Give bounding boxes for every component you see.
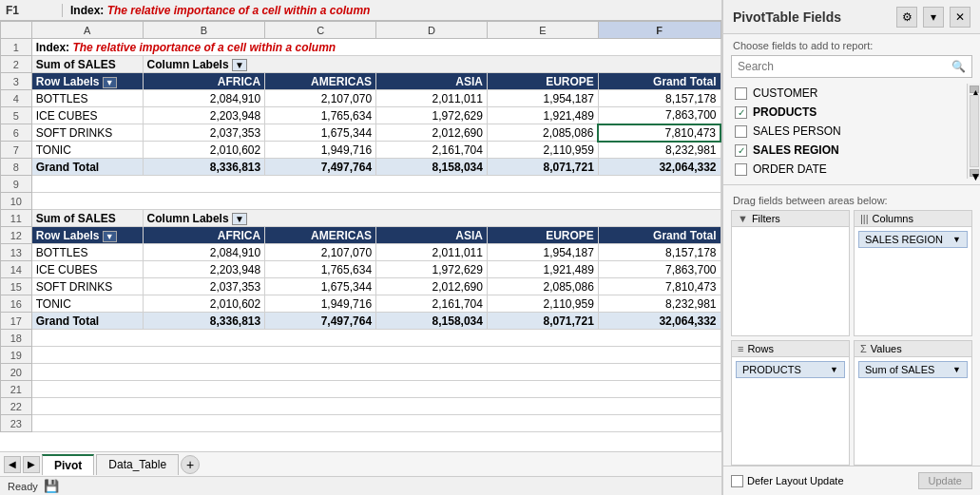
cell-17-f[interactable]: 32,064,332 — [598, 313, 721, 330]
cell-8-b[interactable]: 8,336,813 — [143, 159, 265, 176]
cell-5-d[interactable]: 1,972,629 — [376, 107, 488, 124]
cell-3-f[interactable]: Grand Total — [598, 73, 721, 90]
cell-13-b[interactable]: 2,084,910 — [143, 244, 265, 261]
cell-6-a[interactable]: SOFT DRINKS — [31, 124, 143, 142]
cell-13-d[interactable]: 2,011,011 — [376, 244, 488, 261]
drag-area-values[interactable]: Σ Values Sum of SALES ▼ — [854, 340, 972, 466]
cell-8-a[interactable]: Grand Total — [31, 159, 143, 176]
cell-12-e[interactable]: EUROPE — [487, 227, 598, 244]
cell-16-c[interactable]: 1,949,716 — [265, 295, 376, 313]
pivot-field-products[interactable]: ✓ PRODUCTS — [731, 103, 959, 122]
pivot-field-sales-region[interactable]: ✓ SALES REGION — [731, 141, 959, 160]
cell-4-a[interactable]: BOTTLES — [31, 90, 143, 107]
cell-5-c[interactable]: 1,765,634 — [265, 107, 376, 124]
defer-checkbox[interactable] — [731, 475, 743, 487]
drag-chip-products[interactable]: PRODUCTS ▼ — [736, 361, 845, 378]
cell-4-e[interactable]: 1,954,187 — [487, 90, 598, 107]
col-header-e[interactable]: E — [487, 22, 598, 39]
grid-container[interactable]: A B C D E F 1 Index: The relative i — [0, 21, 721, 451]
pivot-dropdown-button[interactable]: ▾ — [923, 7, 944, 28]
pivot-close-button[interactable]: ✕ — [950, 7, 970, 28]
drag-area-rows[interactable]: ≡ Rows PRODUCTS ▼ — [731, 340, 850, 466]
cell-15-a[interactable]: SOFT DRINKS — [31, 278, 143, 295]
cell-8-c[interactable]: 7,497,764 — [265, 159, 376, 176]
cell-16-e[interactable]: 2,110,959 — [487, 295, 598, 313]
cell-12-d[interactable]: ASIA — [376, 227, 488, 244]
cell-8-d[interactable]: 8,158,034 — [376, 159, 488, 176]
cell-16-a[interactable]: TONIC — [31, 295, 143, 313]
cell-7-d[interactable]: 2,161,704 — [376, 142, 488, 159]
cell-17-e[interactable]: 8,071,721 — [487, 313, 598, 330]
cell-15-b[interactable]: 2,037,353 — [143, 278, 265, 295]
cell-14-a[interactable]: ICE CUBES — [31, 261, 143, 278]
cell-7-a[interactable]: TONIC — [31, 142, 143, 159]
cell-5-f[interactable]: 7,863,700 — [598, 107, 721, 124]
cell-2-a[interactable]: Sum of SALES — [31, 56, 143, 73]
scroll-up-btn[interactable]: ▲ — [970, 86, 979, 93]
cell-15-d[interactable]: 2,012,690 — [376, 278, 488, 295]
pivot-checkbox-sales-person[interactable] — [735, 125, 747, 138]
cell-3-e[interactable]: EUROPE — [487, 73, 598, 90]
cell-15-c[interactable]: 1,675,344 — [265, 278, 376, 295]
cell-4-f[interactable]: 8,157,178 — [598, 90, 721, 107]
drag-chip-sales-region[interactable]: SALES REGION ▼ — [858, 231, 968, 248]
cell-16-b[interactable]: 2,010,602 — [143, 295, 265, 313]
cell-5-a[interactable]: ICE CUBES — [31, 107, 143, 124]
drag-chip-sum-of-sales[interactable]: Sum of SALES ▼ — [858, 361, 968, 378]
cell-3-d[interactable]: ASIA — [376, 73, 488, 90]
pivot-checkbox-products[interactable]: ✓ — [735, 106, 747, 119]
add-sheet-button[interactable]: + — [181, 455, 200, 474]
cell-3-c[interactable]: AMERICAS — [265, 73, 376, 90]
pivot-search-bar[interactable]: 🔍 — [731, 55, 972, 78]
col-header-a[interactable]: A — [31, 22, 143, 39]
cell-3-b[interactable]: AFRICA — [143, 73, 265, 90]
cell-15-f[interactable]: 7,810,473 — [598, 278, 721, 295]
pivot-field-order-date[interactable]: ORDER DATE — [731, 160, 959, 179]
pivot-checkbox-customer[interactable] — [735, 87, 747, 100]
cell-2-b[interactable]: Column Labels ▼ — [143, 56, 721, 73]
pivot-search-input[interactable] — [732, 60, 946, 73]
cell-4-b[interactable]: 2,084,910 — [143, 90, 265, 107]
cell-1-a[interactable]: Index: The relative importance of a cell… — [31, 39, 721, 56]
cell-6-c[interactable]: 1,675,344 — [265, 124, 376, 142]
cell-6-d[interactable]: 2,012,690 — [376, 124, 488, 142]
fields-scrollbar[interactable]: ▲ ▼ — [967, 84, 980, 179]
cell-12-c[interactable]: AMERICAS — [265, 227, 376, 244]
pivot-checkbox-sales-region[interactable]: ✓ — [735, 144, 747, 157]
cell-7-b[interactable]: 2,010,602 — [143, 142, 265, 159]
tab-nav-prev[interactable]: ◀ — [4, 456, 21, 473]
cell-7-c[interactable]: 1,949,716 — [265, 142, 376, 159]
cell-6-f[interactable]: 7,810,473 — [598, 124, 721, 142]
cell-7-f[interactable]: 8,232,981 — [598, 142, 721, 159]
cell-4-c[interactable]: 2,107,070 — [265, 90, 376, 107]
pivot-settings-button[interactable]: ⚙ — [896, 7, 917, 28]
cell-12-b[interactable]: AFRICA — [143, 227, 265, 244]
col-header-c[interactable]: C — [265, 22, 376, 39]
cell-7-e[interactable]: 2,110,959 — [487, 142, 598, 159]
drag-chip-products-dropdown[interactable]: ▼ — [830, 365, 838, 374]
cell-3-a[interactable]: Row Labels ▼ — [31, 73, 143, 90]
cell-17-b[interactable]: 8,336,813 — [143, 313, 265, 330]
cell-13-a[interactable]: BOTTLES — [31, 244, 143, 261]
cell-16-f[interactable]: 8,232,981 — [598, 295, 721, 313]
cell-11-a[interactable]: Sum of SALES — [31, 210, 143, 227]
cell-17-c[interactable]: 7,497,764 — [265, 313, 376, 330]
pivot-field-customer[interactable]: CUSTOMER — [731, 84, 959, 103]
cell-12-a[interactable]: Row Labels ▼ — [31, 227, 143, 244]
cell-13-c[interactable]: 2,107,070 — [265, 244, 376, 261]
cell-14-f[interactable]: 7,863,700 — [598, 261, 721, 278]
scroll-down-btn[interactable]: ▼ — [970, 169, 979, 177]
cell-4-d[interactable]: 2,011,011 — [376, 90, 488, 107]
cell-8-e[interactable]: 8,071,721 — [487, 159, 598, 176]
cell-17-a[interactable]: Grand Total — [31, 313, 143, 330]
cell-15-e[interactable]: 2,085,086 — [487, 278, 598, 295]
cell-14-b[interactable]: 2,203,948 — [143, 261, 265, 278]
cell-12-f[interactable]: Grand Total — [598, 227, 721, 244]
cell-17-d[interactable]: 8,158,034 — [376, 313, 488, 330]
pivot-checkbox-order-date[interactable] — [735, 163, 747, 176]
cell-11-b[interactable]: Column Labels ▼ — [143, 210, 721, 227]
cell-14-c[interactable]: 1,765,634 — [265, 261, 376, 278]
cell-14-e[interactable]: 1,921,489 — [487, 261, 598, 278]
cell-5-e[interactable]: 1,921,489 — [487, 107, 598, 124]
cell-5-b[interactable]: 2,203,948 — [143, 107, 265, 124]
